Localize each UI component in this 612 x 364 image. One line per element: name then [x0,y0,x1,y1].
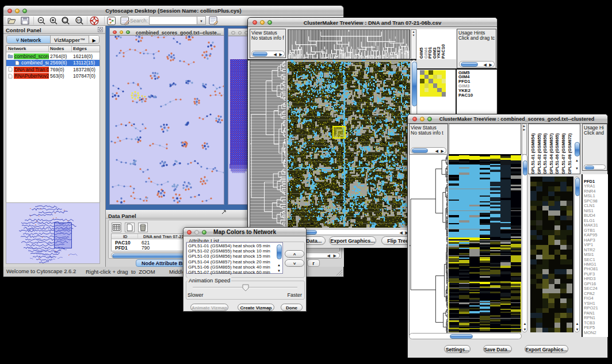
svg-text:1:1: 1:1 [77,18,81,22]
svg-text:Search:: Search: [130,18,148,24]
